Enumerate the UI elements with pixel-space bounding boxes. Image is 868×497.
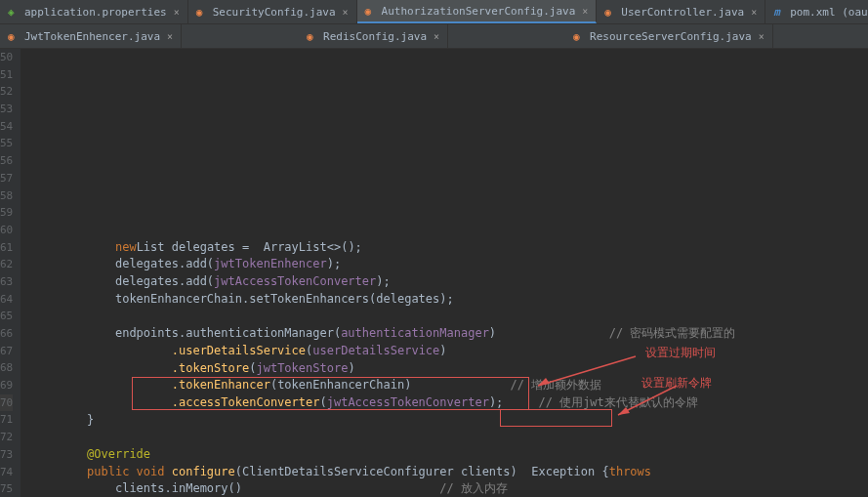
- tab-label: pom.xml (oauth): [790, 6, 868, 19]
- editor-tab[interactable]: ◉AuthorizationServerConfig.java×: [357, 0, 598, 23]
- code-line[interactable]: .userDetailsService(userDetailsService): [30, 343, 868, 360]
- tab-label: SecurityConfig.java: [213, 6, 336, 19]
- line-number: 65: [0, 308, 13, 325]
- line-number: 72: [0, 429, 13, 446]
- line-number: 54: [0, 118, 13, 136]
- code-line[interactable]: endpoints.authenticationManager(authenti…: [30, 325, 868, 343]
- line-number: 50: [0, 49, 13, 66]
- tab-label: application.properties: [24, 6, 167, 19]
- line-number: 74: [0, 464, 13, 481]
- line-number: 61: [0, 239, 13, 257]
- editor-tabs-row-2: ◉JwtTokenEnhencer.java×◉RedisConfig.java…: [0, 24, 868, 49]
- tab-label: ResourceServerConfig.java: [590, 30, 752, 43]
- line-number: 75: [0, 480, 13, 497]
- line-number: 66: [0, 325, 13, 343]
- editor-tab[interactable]: ◉JwtTokenEnhencer.java×: [0, 24, 182, 48]
- line-number: 62: [0, 256, 13, 273]
- line-number: 52: [0, 83, 13, 101]
- code-line[interactable]: .tokenStore(jwtTokenStore): [30, 360, 868, 378]
- editor-tab[interactable]: ◉ResourceServerConfig.java×: [565, 24, 773, 48]
- close-icon[interactable]: ×: [582, 6, 588, 17]
- line-number: 68: [0, 359, 13, 377]
- close-icon[interactable]: ×: [759, 31, 765, 42]
- editor-tab[interactable]: ◉UserController.java×: [597, 0, 765, 23]
- close-icon[interactable]: ×: [167, 31, 173, 42]
- editor-tab[interactable]: mpom.xml (oauth)×: [765, 0, 868, 23]
- code-line[interactable]: @Override: [30, 446, 868, 464]
- code-line[interactable]: public void configure(ClientDetailsServi…: [30, 464, 868, 481]
- line-number: 51: [0, 66, 13, 84]
- code-line[interactable]: tokenEnhancerChain.setTokenEnhancers(del…: [30, 291, 868, 309]
- line-number: 55: [0, 135, 13, 152]
- code-line[interactable]: .accessTokenConverter(jwtAccessTokenConv…: [30, 394, 868, 412]
- close-icon[interactable]: ×: [343, 7, 349, 18]
- code-line[interactable]: .tokenEnhancer(tokenEnhancerChain) // 增加…: [30, 377, 868, 394]
- line-number: 63: [0, 273, 13, 291]
- editor-tabs-row-1: ◈application.properties×◉SecurityConfig.…: [0, 0, 868, 24]
- line-number: 64: [0, 291, 13, 309]
- tab-label: JwtTokenEnhencer.java: [24, 30, 160, 43]
- line-number: 73: [0, 446, 13, 464]
- line-number: 53: [0, 101, 13, 118]
- line-number: 59: [0, 204, 13, 222]
- line-number: 58: [0, 187, 13, 205]
- code-line[interactable]: clients.inMemory() // 放入内存: [30, 480, 868, 497]
- code-line[interactable]: newList delegates = ArrayList<>();: [30, 239, 868, 257]
- close-icon[interactable]: ×: [434, 31, 439, 42]
- line-number: 67: [0, 343, 13, 360]
- code-line[interactable]: [30, 429, 868, 446]
- tab-label: RedisConfig.java: [323, 30, 427, 43]
- line-number-gutter: 5051525354555657585960616263↑O @64656667…: [0, 49, 21, 497]
- line-number: 71: [0, 411, 13, 429]
- code-line[interactable]: }: [30, 412, 868, 430]
- line-number: 56: [0, 152, 13, 170]
- tab-label: UserController.java: [621, 6, 744, 19]
- line-number: 57: [0, 170, 13, 187]
- close-icon[interactable]: ×: [751, 7, 757, 18]
- code-line[interactable]: [30, 308, 868, 325]
- line-number: 60: [0, 222, 13, 239]
- code-line[interactable]: delegates.add(jwtTokenEnhencer);: [30, 256, 868, 273]
- code-line[interactable]: delegates.add(jwtAccessTokenConverter);: [30, 273, 868, 291]
- editor-tab[interactable]: ◉SecurityConfig.java×: [188, 0, 357, 23]
- close-icon[interactable]: ×: [174, 7, 180, 18]
- editor-tab[interactable]: ◈application.properties×: [0, 0, 188, 23]
- editor-tab[interactable]: ◉RedisConfig.java×: [299, 24, 448, 48]
- code-content[interactable]: 设置过期时间 设置刷新令牌 newList delegates = ArrayL…: [21, 49, 868, 497]
- line-number: 69: [0, 377, 13, 394]
- tab-label: AuthorizationServerConfig.java: [382, 5, 576, 18]
- editor-area: 5051525354555657585960616263↑O @64656667…: [0, 49, 868, 497]
- line-number: 70: [0, 394, 13, 412]
